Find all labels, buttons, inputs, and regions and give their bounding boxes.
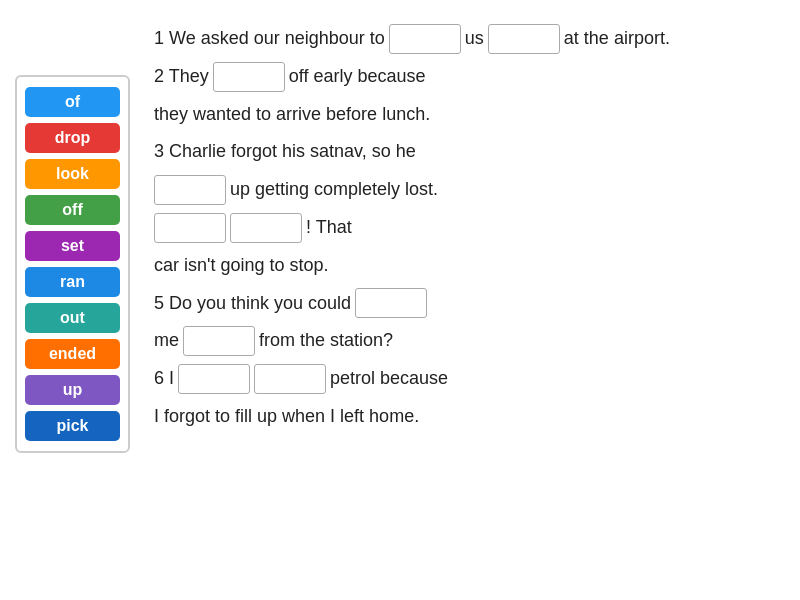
answer-blank[interactable]	[230, 213, 302, 243]
word-chip-drop[interactable]: drop	[25, 123, 120, 153]
sentence-line: ! That	[154, 209, 780, 247]
sentence-text: car isn't going to stop.	[154, 247, 329, 285]
sentence-text: 1 We asked our neighbour to	[154, 20, 385, 58]
word-bank: ofdroplookoffsetranoutendeduppick	[15, 75, 130, 453]
page: ofdroplookoffsetranoutendeduppick 1 We a…	[0, 0, 800, 600]
answer-blank[interactable]	[254, 364, 326, 394]
sentence-line: I forgot to fill up when I left home.	[154, 398, 780, 436]
answer-blank[interactable]	[154, 175, 226, 205]
answer-blank[interactable]	[154, 213, 226, 243]
word-chip-look[interactable]: look	[25, 159, 120, 189]
sentence-text: they wanted to arrive before lunch.	[154, 96, 430, 134]
sentence-line: 5 Do you think you could	[154, 285, 780, 323]
sentence-text: us	[465, 20, 484, 58]
sentence-text: 3 Charlie forgot his satnav, so he	[154, 133, 416, 171]
sentence-line: car isn't going to stop.	[154, 247, 780, 285]
sentence-text: 6 I	[154, 360, 174, 398]
sentence-text: 5 Do you think you could	[154, 285, 351, 323]
answer-blank[interactable]	[183, 326, 255, 356]
word-chip-up[interactable]: up	[25, 375, 120, 405]
answer-blank[interactable]	[355, 288, 427, 318]
word-chip-off[interactable]: off	[25, 195, 120, 225]
sentence-text: ! That	[306, 209, 352, 247]
word-chip-of[interactable]: of	[25, 87, 120, 117]
word-chip-set[interactable]: set	[25, 231, 120, 261]
word-chip-ended[interactable]: ended	[25, 339, 120, 369]
sentence-line: up getting completely lost.	[154, 171, 780, 209]
answer-blank[interactable]	[213, 62, 285, 92]
sentence-line: they wanted to arrive before lunch.	[154, 96, 780, 134]
word-chip-ran[interactable]: ran	[25, 267, 120, 297]
exercise-content: 1 We asked our neighbour tousat the airp…	[130, 20, 780, 580]
answer-blank[interactable]	[488, 24, 560, 54]
sentence-text: from the station?	[259, 322, 393, 360]
word-chip-out[interactable]: out	[25, 303, 120, 333]
sentence-text: 2 They	[154, 58, 209, 96]
sentence-text: petrol because	[330, 360, 448, 398]
sentence-text: me	[154, 322, 179, 360]
sentence-line: 1 We asked our neighbour tousat the airp…	[154, 20, 780, 58]
word-chip-pick[interactable]: pick	[25, 411, 120, 441]
sentence-text: I forgot to fill up when I left home.	[154, 398, 419, 436]
sentence-text: up getting completely lost.	[230, 171, 438, 209]
sentence-line: 3 Charlie forgot his satnav, so he	[154, 133, 780, 171]
sentence-line: 6 Ipetrol because	[154, 360, 780, 398]
sentence-line: mefrom the station?	[154, 322, 780, 360]
answer-blank[interactable]	[178, 364, 250, 394]
sentence-text: at the airport.	[564, 20, 670, 58]
sentence-line: 2 Theyoff early because	[154, 58, 780, 96]
answer-blank[interactable]	[389, 24, 461, 54]
sentence-text: off early because	[289, 58, 426, 96]
